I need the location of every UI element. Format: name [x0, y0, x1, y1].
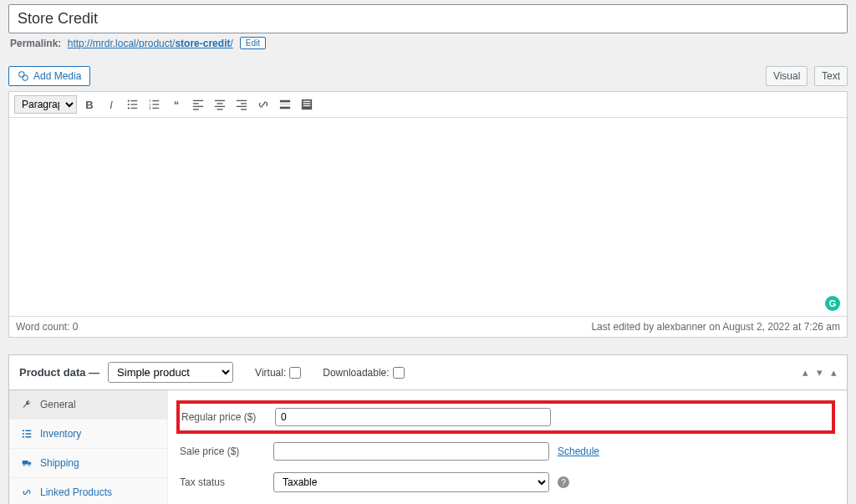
- link-icon: [22, 487, 33, 497]
- downloadable-checkbox[interactable]: [393, 367, 405, 379]
- wrench-icon: [22, 400, 33, 410]
- svg-point-6: [128, 107, 130, 109]
- visual-tab[interactable]: Visual: [766, 66, 808, 86]
- svg-rect-35: [23, 433, 24, 435]
- svg-point-4: [128, 104, 130, 105]
- word-count: Word count: 0: [16, 321, 79, 333]
- align-left-button[interactable]: [189, 95, 207, 114]
- editor-content[interactable]: G: [9, 118, 847, 317]
- svg-rect-16: [193, 106, 203, 107]
- tax-status-select[interactable]: Taxable: [273, 472, 549, 492]
- svg-text:3: 3: [149, 106, 151, 110]
- svg-rect-5: [130, 104, 137, 104]
- svg-rect-21: [217, 109, 223, 109]
- svg-rect-17: [193, 109, 199, 109]
- collapse-icon[interactable]: ▴: [831, 366, 837, 379]
- grammarly-icon[interactable]: G: [825, 296, 840, 311]
- media-row: Add Media Visual Text: [8, 66, 848, 86]
- svg-rect-31: [303, 103, 311, 104]
- readmore-button[interactable]: [276, 95, 294, 114]
- svg-point-1: [23, 75, 28, 80]
- svg-rect-23: [241, 103, 247, 104]
- add-media-button[interactable]: Add Media: [8, 66, 90, 86]
- svg-rect-9: [152, 100, 159, 101]
- toolbar-toggle-button[interactable]: [298, 95, 316, 114]
- media-icon: [18, 70, 29, 82]
- svg-rect-28: [280, 107, 290, 109]
- permalink-edit-button[interactable]: Edit: [240, 37, 266, 49]
- svg-rect-39: [23, 461, 28, 465]
- product-type-select[interactable]: Simple product: [108, 362, 233, 383]
- virtual-checkbox-label[interactable]: Virtual:: [255, 367, 301, 379]
- product-data-body: General Inventory Shipping Linked Produc…: [9, 390, 847, 504]
- permalink-label: Permalink:: [10, 38, 61, 49]
- bullet-list-button[interactable]: [124, 95, 142, 114]
- sale-price-label: Sale price ($): [180, 445, 273, 457]
- svg-rect-13: [152, 108, 159, 109]
- title-input[interactable]: [18, 10, 838, 28]
- svg-point-41: [28, 464, 30, 466]
- regular-price-input[interactable]: [275, 408, 551, 426]
- svg-rect-27: [280, 104, 290, 104]
- block-format-select[interactable]: Paragraph: [14, 95, 77, 114]
- svg-rect-30: [303, 101, 311, 102]
- svg-rect-37: [23, 436, 24, 438]
- sale-price-row: Sale price ($) Schedule: [180, 442, 835, 461]
- product-data-header: Product data — Simple product Virtual: D…: [9, 355, 847, 390]
- svg-rect-20: [215, 106, 225, 107]
- regular-price-label: Regular price ($): [181, 411, 275, 423]
- align-right-button[interactable]: [232, 95, 251, 114]
- permalink-row: Permalink: http://mrdr.local/product/sto…: [10, 37, 846, 49]
- quote-button[interactable]: “: [167, 95, 186, 114]
- italic-button[interactable]: I: [102, 95, 120, 114]
- numbered-list-button[interactable]: 123: [145, 95, 164, 114]
- svg-rect-14: [193, 100, 203, 101]
- svg-rect-32: [303, 105, 311, 106]
- truck-icon: [22, 458, 33, 468]
- editor-footer: Word count: 0 Last edited by alexbanner …: [9, 317, 847, 337]
- sale-price-input[interactable]: [273, 442, 549, 461]
- svg-rect-36: [26, 433, 32, 435]
- tax-status-label: Tax status: [180, 476, 273, 488]
- svg-rect-34: [26, 430, 32, 432]
- tab-inventory[interactable]: Inventory: [9, 420, 167, 449]
- tab-general[interactable]: General: [9, 390, 167, 420]
- move-down-icon[interactable]: ▾: [817, 366, 823, 379]
- product-data-tabs: General Inventory Shipping Linked Produc…: [9, 390, 168, 504]
- regular-price-row: Regular price ($): [176, 400, 835, 434]
- tab-shipping[interactable]: Shipping: [9, 449, 167, 478]
- svg-rect-19: [217, 103, 223, 104]
- svg-rect-11: [152, 104, 159, 104]
- downloadable-checkbox-label[interactable]: Downloadable:: [323, 367, 404, 379]
- svg-rect-18: [215, 100, 225, 101]
- title-container: [8, 4, 848, 33]
- permalink-link[interactable]: http://mrdr.local/product/store-credit/: [68, 38, 233, 49]
- editor-box: Paragraph B I 123 “ G: [8, 91, 848, 338]
- list-icon: [22, 429, 33, 439]
- link-button[interactable]: [254, 95, 273, 114]
- align-center-button[interactable]: [211, 95, 229, 114]
- svg-rect-15: [193, 103, 199, 104]
- svg-rect-24: [237, 106, 247, 107]
- move-up-icon[interactable]: ▴: [802, 366, 808, 379]
- text-tab[interactable]: Text: [814, 66, 848, 86]
- svg-rect-3: [130, 100, 137, 101]
- svg-rect-7: [130, 108, 137, 109]
- schedule-link[interactable]: Schedule: [558, 445, 599, 457]
- svg-point-2: [128, 100, 130, 102]
- svg-rect-22: [237, 100, 247, 101]
- tab-linked-products[interactable]: Linked Products: [9, 478, 167, 504]
- svg-point-40: [23, 464, 25, 466]
- svg-rect-25: [241, 109, 247, 109]
- product-data-content: Regular price ($) Sale price ($) Schedul…: [168, 390, 847, 504]
- bold-button[interactable]: B: [80, 95, 99, 114]
- svg-rect-26: [280, 100, 290, 103]
- product-data-metabox: Product data — Simple product Virtual: D…: [8, 354, 848, 504]
- svg-rect-38: [26, 436, 32, 438]
- help-icon[interactable]: ?: [558, 476, 569, 488]
- virtual-checkbox[interactable]: [289, 367, 301, 379]
- svg-rect-33: [23, 430, 24, 432]
- editor-toolbar: Paragraph B I 123 “: [9, 92, 847, 118]
- tax-status-row: Tax status Taxable ?: [180, 472, 835, 492]
- product-data-title: Product data —: [19, 366, 99, 379]
